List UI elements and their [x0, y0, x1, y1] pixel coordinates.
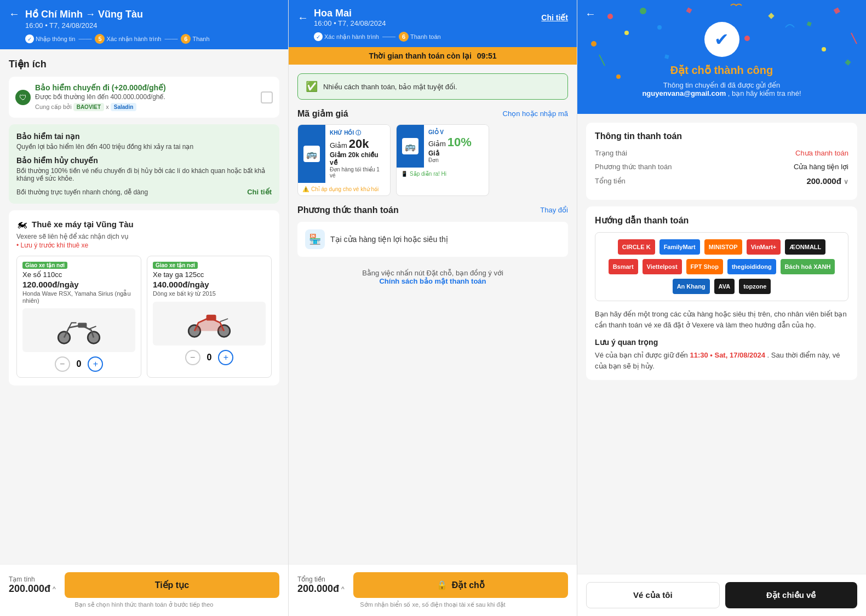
- logo-ankhang: An Khang: [673, 279, 710, 294]
- card2-price: 140.000đ/ngày: [153, 280, 266, 289]
- book-button[interactable]: 🔒 Đặt chỗ: [353, 572, 568, 598]
- p3-back-arrow[interactable]: ←: [585, 8, 596, 20]
- guide-text: Bạn hãy đến một trong các cửa hàng hoặc …: [595, 309, 848, 330]
- discount-cards: 🚌 KHỨ HỒI ⓘ Giảm 20k Giảm 20k chiều về Đ…: [297, 124, 568, 196]
- dc1-tag: KHỨ HỒI ⓘ: [330, 129, 386, 137]
- motorbike-card-2: Giao xe tận nơi Xe tay ga 125cc 140.000đ…: [147, 256, 272, 378]
- dc2-sub: Đơn: [428, 157, 484, 163]
- p3-total-value: 200.000đ ∨: [806, 176, 848, 186]
- step3-label: Thanh: [192, 36, 209, 42]
- step2-num: 5: [95, 34, 105, 44]
- insurance-detail-link[interactable]: Chi tiết: [247, 188, 272, 196]
- step-2: 5 Xác nhận hành trình: [95, 34, 161, 44]
- method-row: Phương thức thanh toán Cửa hàng tiện lợi: [595, 163, 848, 171]
- card2-count: 0: [207, 353, 212, 362]
- card2-image: [153, 302, 266, 346]
- insurance-detail-box: Bảo hiểm tai nạn Quyền lợi bảo hiểm lên …: [9, 124, 279, 204]
- card2-counter: − 0 +: [153, 350, 266, 365]
- motorbike-note[interactable]: • Lưu ý trước khi thuê xe: [16, 241, 272, 249]
- p1-header: ← Hồ Chí Minh → Vũng Tàu 16:00 • T7, 24/…: [0, 0, 288, 49]
- discount-card-2[interactable]: 🚌 GIỎ V Giảm 10% Giả Đơn 📱 Sắp diễn r: [396, 124, 489, 196]
- guide-title: Hướng dẫn thanh toán: [595, 215, 848, 226]
- status-label: Trạng thái: [595, 149, 627, 157]
- svg-point-18: [744, 36, 750, 41]
- method-label: Phương thức thanh toán: [595, 163, 672, 171]
- card2-name: Xe tay ga 125cc: [153, 270, 266, 279]
- logo-circlek: CIRCLE K: [618, 239, 655, 255]
- svg-point-6: [607, 14, 613, 19]
- payment-option: 🏪 Tại cửa hàng tiện lợi hoặc siêu thị: [297, 222, 568, 257]
- p2-detail-link[interactable]: Chi tiết: [541, 13, 568, 22]
- motorbike-section: 🏍 Thuê xe máy tại Vũng Tàu Vexere sẽ liê…: [9, 210, 279, 385]
- change-payment-link[interactable]: Thay đổi: [540, 206, 568, 214]
- status-value: Chưa thanh toán: [795, 149, 848, 157]
- guide-card: Hướng dẫn thanh toán CIRCLE K FamilyMart…: [586, 206, 857, 380]
- card2-increment[interactable]: +: [218, 350, 233, 365]
- p2-header: ← Hoa Mai 16:00 • T7, 24/08/2024 Chi tiế…: [289, 0, 577, 47]
- card1-count: 0: [77, 359, 82, 369]
- continue-button[interactable]: Tiếp tục: [65, 572, 279, 598]
- svg-rect-21: [845, 59, 851, 65]
- svg-line-16: [599, 55, 605, 66]
- card2-decrement[interactable]: −: [185, 350, 200, 365]
- card2-desc: Dòng xe bất kỳ từ 2015: [153, 290, 266, 297]
- p2-body: ✅ Nhiều cách thanh toán, bảo mật tuyệt đ…: [289, 65, 577, 564]
- svg-rect-11: [686, 8, 692, 14]
- step-sep-2: ——: [164, 35, 177, 43]
- security-text: Nhiều cách thanh toán, bảo mật tuyệt đối…: [323, 83, 457, 91]
- discount-title: Mã giảm giá: [297, 108, 348, 119]
- cancel-title: Bảo hiểm hủy chuyến: [16, 156, 272, 165]
- logo-ava: AVA: [714, 279, 735, 294]
- note-text: Vé của bạn chỉ được giữ đến 11:30 • Sat,…: [595, 350, 848, 371]
- success-title: Đặt chỗ thành công: [670, 64, 773, 77]
- total-label: Tạm tính: [9, 575, 56, 583]
- motorbike-title: Thuê xe máy tại Vũng Tàu: [32, 220, 134, 229]
- timer-time: 09:51: [477, 51, 497, 60]
- step2-label: Xác nhận hành trình: [106, 36, 161, 43]
- p2-total-chevron: ^: [341, 585, 345, 593]
- total-section: Tạm tính 200.000đ ^: [9, 575, 56, 595]
- card1-decrement[interactable]: −: [55, 356, 70, 372]
- back-arrow-icon[interactable]: ←: [9, 8, 20, 20]
- accident-text: Quyền lợi bảo hiểm lên đến 400 triệu đồn…: [16, 143, 272, 151]
- panel-3: ← ✔ Đặt chỗ thành công Thông tin chuyến: [577, 0, 866, 616]
- card1-counter: − 0 +: [22, 356, 135, 372]
- footer-note: Bạn sẽ chọn hình thức thanh toán ở bước …: [9, 601, 279, 608]
- svg-point-20: [616, 74, 621, 79]
- card1-desc: Honda Wave RSX, Yamaha Sirius (ngẫu nhiê…: [22, 290, 135, 304]
- insurance-footer-text: Bồi thường trực tuyến nhanh chóng, dễ dà…: [16, 188, 148, 196]
- discount-card-1[interactable]: 🚌 KHỨ HỒI ⓘ Giảm 20k Giảm 20k chiều về Đ…: [297, 124, 391, 196]
- policy-link[interactable]: Chính sách bảo mật thanh toán: [379, 277, 486, 285]
- payment-option-text: Tại cửa hàng tiện lợi hoặc siêu thị: [330, 235, 448, 244]
- step-1: ✓ Nhập thông tin: [25, 34, 75, 43]
- discount-link[interactable]: Chọn hoặc nhập mã: [503, 110, 568, 118]
- cancel-text: Bồi thường 100% tiền vé nếu chuyến đi bị…: [16, 167, 272, 182]
- return-trip-button[interactable]: Đặt chiều về: [725, 582, 858, 608]
- p2-back-arrow[interactable]: ←: [297, 11, 308, 24]
- total-amount: 200.000đ: [9, 583, 50, 595]
- timer-bar: Thời gian thanh toán còn lại 09:51: [289, 47, 577, 65]
- insurance-checkbox[interactable]: [261, 91, 273, 103]
- policy-prefix: Bằng việc nhấn nút Đặt chỗ, bạn đồng ý v…: [362, 269, 503, 277]
- step3-num: 6: [181, 34, 191, 44]
- step-sep-1: ——: [78, 35, 91, 43]
- p3-footer: Vé của tôi Đặt chiều về: [577, 574, 866, 616]
- steps-bar: ✓ Nhập thông tin —— 5 Xác nhận hành trìn…: [25, 34, 279, 44]
- dc2-amount-label: Giảm: [428, 140, 446, 148]
- p3-header: ← ✔ Đặt chỗ thành công Thông tin chuyến: [577, 0, 866, 114]
- dc2-desc: Giả: [428, 149, 484, 157]
- store-icon: 🏪: [305, 229, 325, 249]
- my-tickets-button[interactable]: Vé của tôi: [586, 582, 720, 608]
- p1-body: Tiện ích 🛡 Bảo hiểm chuyến đi (+20.000đ/…: [0, 49, 288, 564]
- svg-rect-14: [834, 8, 840, 14]
- important-title: Lưu ý quan trọng: [595, 338, 848, 347]
- security-check-icon: ✅: [306, 80, 318, 93]
- p2-total-label: Tổng tiền: [297, 575, 345, 583]
- success-sub-suffix: , bạn hãy kiểm tra nhé!: [728, 89, 801, 97]
- svg-point-7: [624, 31, 629, 35]
- card1-increment[interactable]: +: [88, 356, 103, 372]
- status-row: Trạng thái Chưa thanh toán: [595, 149, 848, 157]
- dc1-amount: 20k: [349, 137, 369, 151]
- method-value: Cửa hàng tiện lợi: [794, 163, 848, 171]
- accident-title: Bảo hiểm tai nạn: [16, 132, 272, 141]
